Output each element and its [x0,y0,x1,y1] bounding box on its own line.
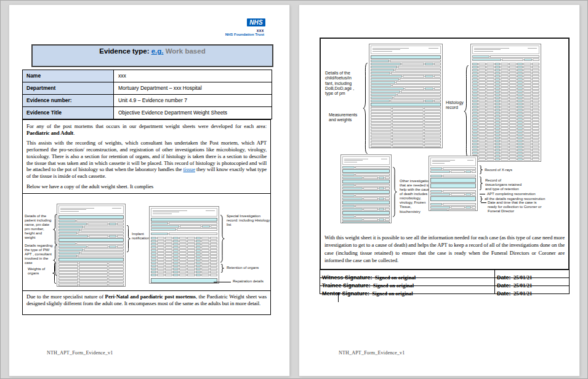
page-1: NHS xxx NHS Foundation Trust Evidence ty… [9,5,289,376]
table-row: Trainee Signature: Signed on original Da… [320,278,569,286]
row-value: xxx [114,70,272,82]
adult-weight-sheet-page1-thumbnail [57,204,126,287]
row-value: Objective Evidence Department Weight She… [114,107,272,119]
annotation-tissue-retained: Record of tissue/organs retained and typ… [485,178,522,191]
annotation-organ-weights: Weights of organs [28,267,51,276]
nhs-logo: NHS [247,18,265,26]
row-label: Department [23,82,114,94]
date-label: Date: [497,290,511,297]
brace-icon [126,225,131,252]
summary-paragraph: With this weight sheet it is possible to… [324,234,565,264]
table-row: Witness Signature: Signed on original Da… [320,270,569,278]
evidence-meta-table: Name xxx Department Mortuary Department … [22,70,272,119]
closing-text: Due to the more specialist nature of Per… [22,290,271,315]
annotation-child-details: Details of the child/foetus/in fant, inc… [325,71,360,96]
brace-icon [52,263,57,284]
callout-line [481,202,486,203]
paragraph: For any of the post mortems that occurs … [26,123,267,136]
histology-record-thumbnail [470,44,541,162]
annotation-repatriation: Repatration details [233,279,271,284]
brace-icon [392,167,397,217]
paragraph: Below we have a copy of the adult weight… [26,183,267,190]
annotation-pm-type: Details regarding the type of PM/ APT , … [25,244,54,265]
table-row: Evidence Title Objective Evidence Depart… [23,107,272,119]
annotation-xrays: Record of X-rays [485,168,528,172]
date-value: 25/01/21 [513,290,532,297]
callout-line [480,194,485,194]
body-text: For any of the post mortems that occurs … [22,119,271,194]
investigations-sheet-thumbnail [340,154,392,223]
annotation-measurements: Measurements and weights [329,113,363,123]
paediatric-weight-sheet-figure: Details of the child/foetus/in fant, inc… [320,38,570,270]
brace-icon [464,65,469,158]
row-label: Name [23,70,114,82]
paediatric-sheet-page1-thumbnail [369,44,443,148]
row-value: Mortuary Department – xxx Hospital [114,82,272,94]
trust-name: xxx [225,28,264,33]
annotation-retention: Retention of organs [227,266,270,270]
brace-icon [363,62,368,154]
signature-value: Signed on original [372,290,413,297]
brace-icon [479,166,483,174]
adult-weight-sheet-page2-thumbnail [149,206,219,284]
brace-icon [220,264,224,273]
tissue-hyperlink[interactable]: tissue [183,166,195,172]
adult-weight-sheet-figure: Details of the patient including name, p… [22,193,271,291]
table-row: Department Mortuary Department – xxx Hos… [23,82,272,95]
paragraph: Due to the more specialist nature of Per… [26,293,267,306]
row-label: Evidence number: [23,95,114,106]
signature-table: Witness Signature: Signed on original Da… [320,269,570,294]
eg-hyperlink[interactable]: e.g. [151,47,164,55]
row-value: Unit 4.9 – Evidence number 7 [114,95,272,106]
trust-type: NHS Foundation Trust [225,33,264,36]
table-row: Evidence number: Unit 4.9 – Evidence num… [23,95,272,107]
callout-line [214,282,231,282]
evidence-type-header: Evidence type: e.g. Work based [31,44,273,67]
evidence-type-label: Evidence type: [99,47,151,55]
brace-icon [220,215,225,263]
annotation-special-investigation: Special Investigation record: including … [227,214,271,227]
annotation-collection: Date and time that the case is ready for… [488,201,544,213]
page-2: Details of the child/foetus/in fant, inc… [299,5,579,376]
table-row: Name xxx [23,70,272,82]
annotation-patient-details: Details of the patient including name, p… [25,214,54,240]
annotation-other-investigations: Other investigations that are needed to … [400,179,433,214]
retention-sheet-thumbnail [429,156,478,211]
paragraph: This assists with the recording of weigh… [26,140,267,179]
signature-label: Mentor Signature: [322,290,369,297]
nhs-branding: NHS xxx NHS Foundation Trust [225,16,264,36]
brace-icon [479,177,483,190]
brace-icon [480,196,483,202]
page-footer: NTH_APT_Form_Evidence_v1 [47,350,113,356]
document-viewer: NHS xxx NHS Foundation Trust Evidence ty… [0,0,588,379]
row-label: Evidence Title [23,107,114,119]
table-row: Mentor Signature: Signed on original Dat… [320,286,569,293]
page-footer: NTH_APT_Form_Evidence_v1 [339,350,405,356]
annotation-apt-reconstruction: APT completing reconstrution [487,192,561,196]
evidence-type-value: Work based [164,47,206,55]
cursor-mark [338,292,339,302]
